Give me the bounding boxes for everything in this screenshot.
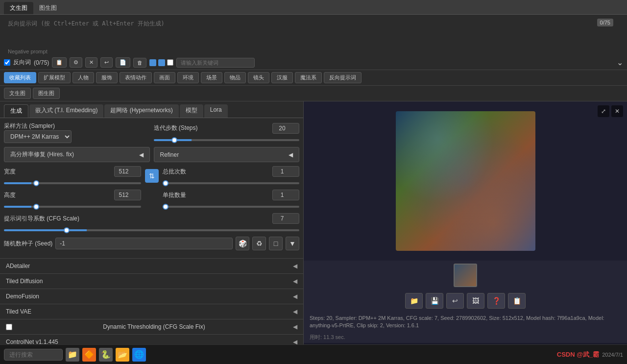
negative-prompt-wrapper: Negative prompt 0/75 — [4, 17, 623, 55]
tag-expression[interactable]: 表情动作 — [120, 72, 152, 83]
search-input[interactable] — [4, 349, 63, 361]
gen-tab-model[interactable]: 模型 — [180, 104, 203, 118]
dynamic-threshold-accordion: Dynamic Thresholding (CFG Scale Fix) ◀ — [0, 319, 303, 334]
sampler-select[interactable]: DPM++ 2M Karras — [4, 130, 72, 143]
gen-tabs: 生成 嵌入式 (T.I. Embedding) 超网络 (Hypernetwor… — [0, 101, 303, 118]
gen-tab-lora[interactable]: Lora — [204, 104, 228, 118]
seed-input[interactable] — [55, 238, 233, 249]
tag-location[interactable]: 场景 — [201, 72, 222, 83]
open-folder-btn[interactable]: 📁 — [405, 293, 423, 309]
tiled-diffusion-header[interactable]: Tiled Diffusion ◀ — [0, 274, 303, 289]
taskbar-icon2[interactable]: 🐍 — [99, 348, 113, 362]
tiled-vae-header[interactable]: Tiled VAE ◀ — [0, 304, 303, 319]
tag-favorites[interactable]: 收藏列表 — [4, 72, 36, 83]
steps-slider[interactable] — [154, 139, 300, 141]
dynamic-threshold-checkbox[interactable] — [6, 324, 12, 330]
tag-items[interactable]: 物品 — [224, 72, 246, 83]
content-area: 生成 嵌入式 (T.I. Embedding) 超网络 (Hypernetwor… — [0, 101, 627, 344]
batch-size-input[interactable] — [272, 190, 299, 200]
undo-btn[interactable]: ↩ — [100, 57, 113, 68]
taskbar-orange-btn[interactable]: 🔶 — [82, 348, 96, 362]
trash-btn[interactable]: 🗑 — [133, 58, 146, 68]
second-tab-text[interactable]: 文生图 — [4, 88, 31, 99]
tag-environment[interactable]: 环境 — [177, 72, 199, 83]
seed-random-btn[interactable]: 🎲 — [236, 237, 249, 250]
keyword-input[interactable] — [176, 58, 255, 68]
send-back-btn[interactable]: ↩ — [446, 293, 464, 309]
cfg-input[interactable] — [272, 213, 299, 224]
cfg-slider[interactable] — [4, 229, 299, 231]
taskbar-files-btn[interactable]: 📁 — [66, 348, 79, 362]
taskbar-folder-btn[interactable]: 📂 — [116, 348, 129, 362]
controlnet-title: ControlNet v1.1.445 — [6, 339, 58, 344]
check3[interactable] — [167, 59, 173, 66]
steps-input[interactable] — [272, 123, 299, 134]
gen-tab-embedding[interactable]: 嵌入式 (T.I. Embedding) — [29, 104, 103, 118]
tag-negative[interactable]: 反向提示词 — [324, 72, 362, 83]
tag-clothing[interactable]: 服饰 — [96, 72, 118, 83]
width-slider[interactable] — [4, 182, 141, 184]
hires-btn[interactable]: 高分辨率修复 (Hires. fix) ◀ — [4, 147, 150, 162]
taskbar-chrome-btn[interactable]: 🌐 — [132, 348, 146, 362]
paste-btn[interactable]: 📋 — [52, 57, 67, 68]
image-expand-btn[interactable]: ⤢ — [598, 105, 609, 117]
tiled-vae-arrow: ◀ — [293, 308, 297, 315]
check1[interactable] — [149, 59, 156, 66]
copy-image-btn[interactable]: 📋 — [508, 293, 526, 309]
batch-count-input[interactable] — [272, 166, 299, 177]
height-slider[interactable] — [4, 206, 141, 208]
batch-count-slider[interactable] — [163, 182, 300, 184]
seed-dropdown-btn[interactable]: ▼ — [286, 237, 299, 250]
batch-size-slider[interactable] — [163, 206, 300, 208]
seed-row: 随机数种子 (Seed) 🎲 ♻ □ ▼ — [4, 237, 299, 250]
copy-btn[interactable]: 📄 — [116, 57, 130, 68]
action-buttons: 📁 💾 ↩ 🖼 ❓ 📋 — [304, 290, 627, 312]
thumbnail-item[interactable] — [454, 264, 477, 287]
tab-text-to-image[interactable]: 文生图 — [4, 2, 33, 14]
second-tab-img[interactable]: 图生图 — [33, 88, 60, 99]
tag-scene[interactable]: 画面 — [154, 72, 175, 83]
tag-extend-model[interactable]: 扩展模型 — [38, 72, 71, 83]
tag-magic[interactable]: 魔法系 — [295, 72, 322, 83]
batch-size-group: 单批数量 — [163, 190, 300, 209]
negative-prompt-input[interactable] — [4, 17, 623, 46]
demofusion-title: DemoFusion — [6, 293, 39, 300]
image-close-btn[interactable]: ✕ — [611, 105, 623, 117]
seed-reuse-btn[interactable]: ♻ — [252, 237, 266, 250]
sampler-label: 采样方法 (Sampler) — [4, 122, 150, 130]
save-image-btn[interactable]: 💾 — [426, 293, 443, 309]
settings-btn[interactable]: ⚙ — [70, 57, 82, 68]
tag-hanfu[interactable]: 汉服 — [271, 72, 293, 83]
swap-dimensions-btn[interactable]: ⇅ — [145, 169, 159, 183]
controlnet-header[interactable]: ControlNet v1.1.445 ◀ — [0, 335, 303, 344]
tag-lens[interactable]: 镜头 — [248, 72, 269, 83]
adetailer-header[interactable]: ADetailer ◀ — [0, 259, 303, 273]
thumbnail-row — [304, 261, 627, 290]
reverse-checkbox[interactable] — [4, 59, 10, 66]
hires-refiner-row: 高分辨率修复 (Hires. fix) ◀ Refiner ◀ — [4, 147, 299, 162]
clear-btn[interactable]: ✕ — [85, 57, 97, 68]
gen-tab-hypernetwork[interactable]: 超网络 (Hypernetworks) — [104, 104, 178, 118]
gen-tab-generate[interactable]: 生成 — [4, 104, 28, 118]
demofusion-accordion: DemoFusion ◀ — [0, 289, 303, 304]
height-input[interactable] — [114, 190, 141, 200]
tab-image-to-image[interactable]: 图生图 — [33, 2, 63, 14]
sampler-steps-row: 采样方法 (Sampler) DPM++ 2M Karras 迭代步数 (Ste… — [4, 122, 299, 143]
info-btn[interactable]: ❓ — [487, 293, 505, 309]
tiled-vae-accordion: Tiled VAE ◀ — [0, 304, 303, 319]
view-full-btn[interactable]: 🖼 — [467, 293, 484, 309]
seed-extra-btn[interactable]: □ — [269, 237, 283, 250]
width-input[interactable] — [114, 166, 141, 177]
expand-toolbar-btn[interactable]: ⌄ — [617, 58, 623, 67]
dynamic-threshold-header[interactable]: Dynamic Thresholding (CFG Scale Fix) ◀ — [0, 319, 303, 334]
sampler-group: 采样方法 (Sampler) DPM++ 2M Karras — [4, 122, 150, 143]
right-panel: ⤢ ✕ 📁 💾 ↩ 🖼 ❓ 📋 Steps: 20, — [304, 101, 627, 344]
top-tabs: 文生图 图生图 — [0, 0, 627, 15]
steps-header: 迭代步数 (Steps) — [154, 123, 300, 134]
batch-count-label: 总批次数 — [163, 168, 186, 176]
demofusion-header[interactable]: DemoFusion ◀ — [0, 289, 303, 304]
refiner-btn[interactable]: Refiner ◀ — [154, 147, 300, 162]
tag-character[interactable]: 人物 — [72, 72, 94, 83]
check2[interactable] — [158, 59, 165, 66]
dynamic-threshold-title: Dynamic Thresholding (CFG Scale Fix) — [103, 323, 205, 330]
